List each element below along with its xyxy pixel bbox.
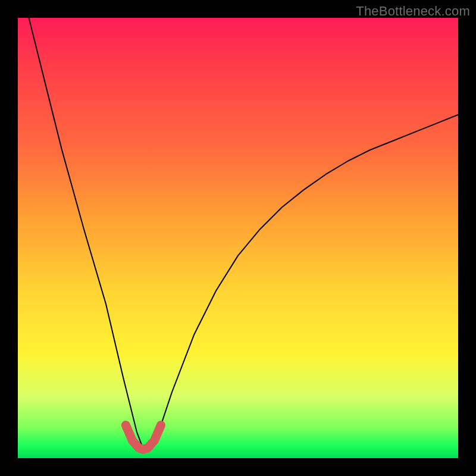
curve-svg bbox=[18, 18, 458, 458]
watermark-text: TheBottleneck.com bbox=[356, 4, 470, 19]
plot-area bbox=[18, 18, 458, 458]
bottom-highlight bbox=[126, 425, 161, 450]
bottleneck-curve bbox=[18, 18, 458, 449]
chart-frame: TheBottleneck.com bbox=[0, 0, 476, 476]
